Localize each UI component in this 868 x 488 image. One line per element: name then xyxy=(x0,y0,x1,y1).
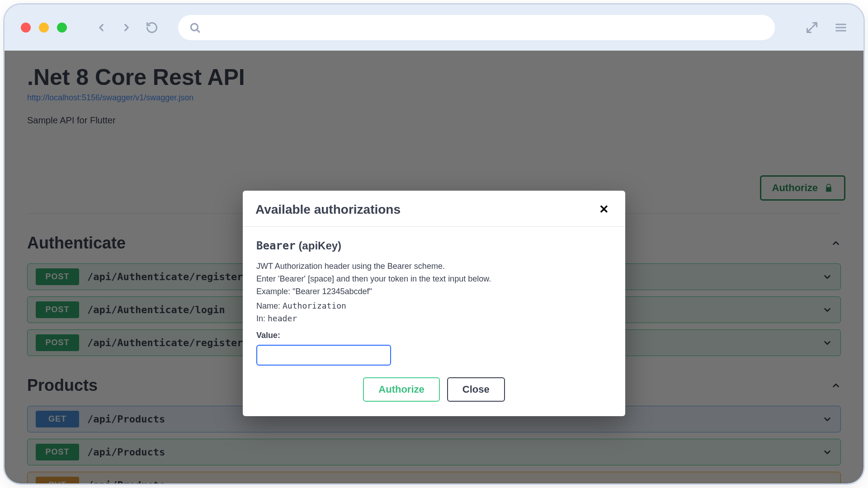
scheme-type: (apiKey) xyxy=(298,239,341,252)
browser-toolbar xyxy=(5,5,863,51)
auth-value-input[interactable] xyxy=(256,345,391,366)
kv-value: header xyxy=(268,314,297,323)
page-content-wrapper: .Net 8 Core Rest API http://localhost:51… xyxy=(5,51,863,483)
modal-authorize-button[interactable]: Authorize xyxy=(363,377,439,402)
expand-icon[interactable] xyxy=(806,21,818,34)
scheme-name-kv: Name: Authorization xyxy=(256,301,612,311)
forward-button[interactable] xyxy=(120,21,133,34)
modal-header: Available authorizations ✕ xyxy=(243,191,625,227)
modal-body: Bearer (apiKey) JWT Authorization header… xyxy=(243,227,625,416)
modal-actions: Authorize Close xyxy=(256,377,612,402)
scheme-name: Bearer (apiKey) xyxy=(256,239,612,252)
modal-close-button[interactable]: ✕ xyxy=(595,201,613,218)
toolbar-right xyxy=(806,21,847,34)
browser-window: .Net 8 Core Rest API http://localhost:51… xyxy=(5,5,863,483)
svg-line-1 xyxy=(197,30,199,32)
value-label: Value: xyxy=(256,331,612,340)
close-icon: ✕ xyxy=(599,202,609,216)
scheme-name-value: Bearer xyxy=(256,239,296,252)
kv-label: In: xyxy=(256,314,265,323)
window-controls xyxy=(21,23,67,33)
nav-button-group xyxy=(95,21,158,34)
modal-close-text-button[interactable]: Close xyxy=(447,377,505,402)
kv-label: Name: xyxy=(256,301,280,310)
scheme-desc-line: Enter 'Bearer' [space] and then your tok… xyxy=(256,273,612,286)
menu-icon[interactable] xyxy=(835,21,847,34)
scheme-in-kv: In: header xyxy=(256,314,612,324)
back-button[interactable] xyxy=(95,21,108,34)
address-bar[interactable] xyxy=(178,15,775,40)
window-minimize-icon[interactable] xyxy=(39,23,49,33)
search-icon xyxy=(189,22,201,33)
scheme-desc-line: Example: "Bearer 12345abcdef" xyxy=(256,286,612,298)
window-maximize-icon[interactable] xyxy=(57,23,67,33)
modal-title: Available authorizations xyxy=(255,202,401,217)
modal-overlay[interactable]: Available authorizations ✕ Bearer (apiKe… xyxy=(5,51,863,483)
scheme-desc-line: JWT Authorization header using the Beare… xyxy=(256,260,612,273)
kv-value: Authorization xyxy=(283,301,346,310)
authorize-modal: Available authorizations ✕ Bearer (apiKe… xyxy=(243,191,625,416)
window-close-icon[interactable] xyxy=(21,23,31,33)
reload-button[interactable] xyxy=(146,21,158,34)
